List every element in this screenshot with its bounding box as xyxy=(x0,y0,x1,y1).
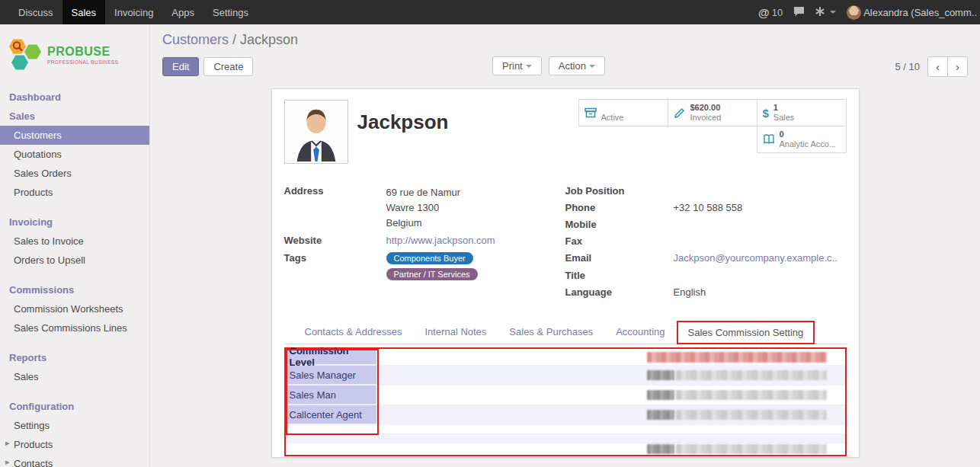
commission-level-cell[interactable]: Callcenter Agent xyxy=(286,405,376,424)
chevron-down-icon xyxy=(526,65,532,68)
row-spacer xyxy=(376,405,647,424)
sidebar-heading-reports[interactable]: Reports xyxy=(0,348,149,367)
website-label: Website xyxy=(284,235,386,248)
asterisk-icon xyxy=(815,7,825,18)
sales-stat-button[interactable]: $ 1Sales xyxy=(757,99,847,126)
book-icon xyxy=(763,133,775,146)
redacted-footer-row xyxy=(286,443,845,455)
empty-cell xyxy=(376,425,647,433)
sidebar-item-sales-to-invoice[interactable]: Sales to Invoice xyxy=(0,232,149,251)
action-dropdown-button[interactable]: Action xyxy=(549,56,605,75)
empty-cell xyxy=(376,443,647,455)
form-header: Jackpson Active $620.00Invoiced $ 1Sal xyxy=(284,100,847,164)
active-stat-button[interactable]: Active xyxy=(578,99,668,126)
stat-label: Invoiced xyxy=(690,113,722,122)
sidebar-item-config-products[interactable]: ▸Products xyxy=(0,435,149,454)
field-columns: Address 69 rue de Namur Wavre 1300 Belgi… xyxy=(284,185,847,303)
tab-accounting[interactable]: Accounting xyxy=(604,320,676,344)
tab-internal-notes[interactable]: Internal Notes xyxy=(413,320,498,344)
language-value: English xyxy=(674,286,706,299)
empty-cell xyxy=(647,425,845,433)
empty-row xyxy=(286,434,845,443)
activity-menu-button[interactable] xyxy=(815,7,836,18)
customer-photo[interactable] xyxy=(284,100,348,164)
chevron-down-icon xyxy=(830,11,836,14)
menu-apps[interactable]: Apps xyxy=(162,0,203,24)
commission-level-cell[interactable]: Sales Manager xyxy=(286,366,376,385)
stat-label: Active xyxy=(601,113,624,122)
redacted-content xyxy=(676,410,827,420)
empty-cell xyxy=(286,443,376,455)
address-value: 69 rue de Namur Wavre 1300 Belgium xyxy=(386,185,461,231)
redacted-cell xyxy=(647,366,845,385)
tab-contacts-addresses[interactable]: Contacts & Addresses xyxy=(293,320,414,344)
sidebar-heading-configuration[interactable]: Configuration xyxy=(0,397,149,416)
expand-caret-icon[interactable]: ▸ xyxy=(5,438,10,448)
tag-partner-it-services[interactable]: Partner / IT Services xyxy=(386,268,478,280)
redacted-content xyxy=(676,444,827,454)
sidebar-item-sales-commissions-lines[interactable]: Sales Commissions Lines xyxy=(0,318,149,337)
language-label: Language xyxy=(565,286,674,299)
create-button[interactable]: Create xyxy=(203,57,253,76)
sidebar-item-quotations[interactable]: Quotations xyxy=(0,145,149,164)
expand-caret-icon[interactable]: ▸ xyxy=(5,457,10,467)
customer-form-sheet: Jackpson Active $620.00Invoiced $ 1Sal xyxy=(271,88,860,458)
sidebar-item-commission-worksheets[interactable]: Commission Worksheets xyxy=(0,299,149,318)
commission-row-callcenter-agent[interactable]: Callcenter Agent xyxy=(286,405,845,425)
sidebar-item-orders-to-upsell[interactable]: Orders to Upsell xyxy=(0,251,149,270)
tab-sales-commission-setting[interactable]: Sales Commission Setting xyxy=(677,321,815,344)
logo-subtitle: PROFESSIONAL BUSINESS xyxy=(47,59,118,65)
sidebar-heading-dashboard[interactable]: Dashboard xyxy=(0,88,149,107)
print-dropdown-button[interactable]: Print xyxy=(492,56,542,75)
analytic-accounts-stat-button[interactable]: 0Analytic Acco... xyxy=(757,126,847,153)
website-link[interactable]: http://www.jackpson.com xyxy=(386,235,495,248)
commission-row-sales-manager[interactable]: Sales Manager xyxy=(286,366,845,385)
redacted-content xyxy=(676,390,827,400)
sidebar-heading-sales[interactable]: Sales xyxy=(0,107,149,126)
sidebar-item-products[interactable]: Products xyxy=(0,183,149,202)
sidebar-item-sales-report[interactable]: Sales xyxy=(0,367,149,386)
main-content: Customers / Jackpson Edit Create Print A… xyxy=(150,24,980,467)
chat-bubble-icon xyxy=(793,6,805,19)
pager-next-button[interactable]: › xyxy=(947,56,968,77)
address-label: Address xyxy=(284,185,386,231)
menu-sales[interactable]: Sales xyxy=(62,0,106,24)
menu-discuss[interactable]: Discuss xyxy=(9,0,62,24)
sidebar-heading-commissions[interactable]: Commissions xyxy=(0,280,149,299)
print-label: Print xyxy=(502,60,523,72)
stat-label: Analytic Acco... xyxy=(780,139,837,149)
sidebar-item-customers[interactable]: Customers xyxy=(0,126,149,145)
menu-invoicing[interactable]: Invoicing xyxy=(105,0,162,24)
sidebar-item-settings[interactable]: Settings xyxy=(0,416,149,435)
sidebar-heading-invoicing[interactable]: Invoicing xyxy=(0,213,149,232)
edit-button[interactable]: Edit xyxy=(162,57,199,76)
chat-bubble-button[interactable] xyxy=(793,6,805,19)
redacted-content xyxy=(647,410,674,420)
stat-value: 1 xyxy=(773,103,778,112)
commission-level-cell[interactable]: Sales Man xyxy=(286,385,376,405)
tab-sales-purchases[interactable]: Sales & Purchases xyxy=(498,320,604,344)
commission-table-header-row: Commission Level xyxy=(286,349,845,366)
column-header-commission-level[interactable]: Commission Level xyxy=(286,349,376,365)
commission-row-sales-man[interactable]: Sales Man xyxy=(286,385,845,405)
stat-value: $620.00 xyxy=(690,103,721,112)
breadcrumb-customers-link[interactable]: Customers xyxy=(162,32,229,47)
tag-components-buyer[interactable]: Components Buyer xyxy=(386,252,473,264)
invoiced-stat-button[interactable]: $620.00Invoiced xyxy=(668,99,757,126)
pencil-icon xyxy=(674,107,686,119)
phone-value: +32 10 588 558 xyxy=(674,202,743,215)
user-menu-button[interactable]: Alexandra (Sales_comm.. xyxy=(847,5,977,20)
pager-previous-button[interactable]: ‹ xyxy=(927,56,948,77)
tags-label: Tags xyxy=(284,252,386,284)
user-name-label: Alexandra (Sales_comm.. xyxy=(863,7,977,18)
sidebar-item-config-contacts[interactable]: ▸Contacts xyxy=(0,454,149,467)
title-label: Title xyxy=(565,270,674,283)
email-link[interactable]: Jackpson@yourcompany.example.c.. xyxy=(674,252,837,265)
menu-settings[interactable]: Settings xyxy=(203,0,258,24)
sidebar-item-sales-orders[interactable]: Sales Orders xyxy=(0,164,149,183)
address-line2: Wavre 1300 xyxy=(386,200,461,216)
messaging-menu-button[interactable]: @ 10 xyxy=(758,6,783,19)
pager: 5 / 10 ‹ › xyxy=(895,56,968,77)
control-panel-buttons: Edit Create Print Action 5 / 10 ‹ › xyxy=(162,56,968,77)
user-avatar xyxy=(847,5,861,20)
